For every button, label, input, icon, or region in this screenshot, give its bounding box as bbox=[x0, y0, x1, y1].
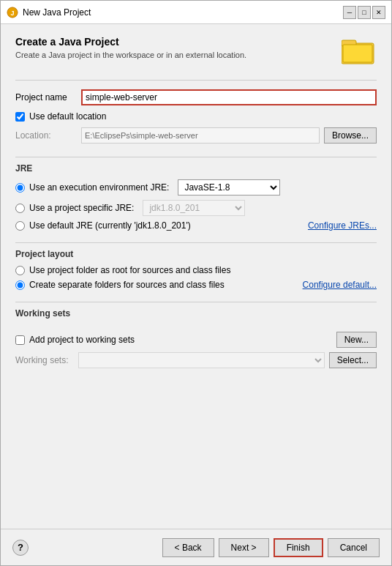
minimize-button[interactable]: ─ bbox=[343, 6, 356, 19]
finish-button[interactable]: Finish bbox=[274, 538, 323, 557]
jre-label-1: Use an execution environment JRE: bbox=[29, 182, 169, 193]
svg-text:J: J bbox=[10, 10, 14, 17]
window-title: New Java Project bbox=[23, 7, 91, 18]
use-default-location-label: Use default location bbox=[29, 111, 106, 122]
project-name-label: Project name bbox=[15, 92, 81, 103]
bottom-bar: ? < Back Next > Finish Cancel bbox=[1, 529, 391, 565]
next-button[interactable]: Next > bbox=[219, 538, 269, 557]
folder-icon bbox=[342, 36, 377, 65]
project-name-input[interactable] bbox=[81, 89, 377, 105]
svg-rect-4 bbox=[343, 45, 372, 62]
jre-radio-1[interactable] bbox=[15, 183, 25, 193]
working-sets-section-title: Working sets bbox=[15, 302, 377, 319]
jre-section-title: JRE bbox=[15, 157, 377, 174]
working-sets-input-row: Working sets: Select... bbox=[15, 352, 377, 368]
header-text: Create a Java Project Create a Java proj… bbox=[15, 36, 246, 59]
layout-option-1: Use project folder as root for sources a… bbox=[15, 265, 377, 275]
jre-label-2: Use a project specific JRE: bbox=[29, 203, 134, 213]
help-button[interactable]: ? bbox=[12, 540, 29, 556]
jre-option-1: Use an execution environment JRE: JavaSE… bbox=[15, 179, 377, 196]
layout-radio-1[interactable] bbox=[15, 266, 25, 275]
jre-env-select[interactable]: JavaSE-1.8 JavaSE-11 JavaSE-17 bbox=[178, 179, 280, 196]
configure-default-link[interactable]: Configure default... bbox=[303, 280, 377, 290]
dialog-title: Create a Java Project bbox=[15, 36, 246, 48]
use-default-location-row: Use default location bbox=[15, 111, 377, 122]
jre-radio-2[interactable] bbox=[15, 204, 25, 213]
add-to-working-sets-label: Add project to working sets bbox=[29, 335, 135, 345]
add-to-working-sets-checkbox[interactable] bbox=[15, 335, 25, 345]
back-button[interactable]: < Back bbox=[162, 538, 214, 557]
browse-button[interactable]: Browse... bbox=[324, 127, 377, 144]
cancel-button[interactable]: Cancel bbox=[328, 538, 380, 557]
layout-section-title: Project layout bbox=[15, 242, 377, 259]
title-bar: J New Java Project ─ □ ✕ bbox=[1, 1, 391, 24]
header-divider bbox=[15, 80, 377, 81]
title-bar-left: J New Java Project bbox=[7, 7, 91, 18]
layout-label-2: Create separate folders for sources and … bbox=[29, 280, 225, 290]
location-input[interactable] bbox=[81, 127, 320, 144]
jre-specific-select: jdk1.8.0_201 bbox=[143, 200, 245, 216]
jre-option-3: Use default JRE (currently 'jdk1.8.0_201… bbox=[15, 220, 377, 231]
dialog-content: Create a Java Project Create a Java proj… bbox=[1, 24, 391, 529]
working-sets-add-row: Add project to working sets New... bbox=[15, 332, 377, 348]
maximize-button[interactable]: □ bbox=[358, 6, 371, 19]
working-sets-section: Add project to working sets New... Worki… bbox=[15, 332, 377, 368]
location-label: Location: bbox=[15, 130, 81, 141]
layout-radio-2[interactable] bbox=[15, 280, 25, 290]
jre-radio-group: Use an execution environment JRE: JavaSE… bbox=[15, 179, 377, 231]
jre-radio-3[interactable] bbox=[15, 221, 25, 231]
project-name-row: Project name bbox=[15, 89, 377, 105]
java-project-icon: J bbox=[7, 7, 18, 18]
new-working-set-button[interactable]: New... bbox=[336, 332, 377, 348]
close-button[interactable]: ✕ bbox=[372, 6, 385, 19]
bottom-buttons: < Back Next > Finish Cancel bbox=[162, 538, 380, 557]
layout-option-2: Create separate folders for sources and … bbox=[15, 280, 377, 290]
layout-label-1: Use project folder as root for sources a… bbox=[29, 265, 230, 275]
configure-jres-link[interactable]: Configure JREs... bbox=[308, 220, 377, 231]
jre-option-2: Use a project specific JRE: jdk1.8.0_201 bbox=[15, 200, 377, 216]
use-default-location-checkbox[interactable] bbox=[15, 112, 25, 122]
select-working-sets-button[interactable]: Select... bbox=[329, 352, 377, 368]
layout-radio-group: Use project folder as root for sources a… bbox=[15, 265, 377, 290]
jre-label-3: Use default JRE (currently 'jdk1.8.0_201… bbox=[29, 220, 191, 231]
working-sets-dropdown bbox=[78, 352, 325, 368]
dialog-description: Create a Java project in the workspace o… bbox=[15, 51, 246, 59]
main-window: J New Java Project ─ □ ✕ Create a Java P… bbox=[0, 0, 392, 566]
working-sets-label: Working sets: bbox=[15, 355, 74, 365]
location-row: Location: Browse... bbox=[15, 127, 377, 144]
header-section: Create a Java Project Create a Java proj… bbox=[15, 36, 377, 65]
title-bar-controls: ─ □ ✕ bbox=[343, 6, 385, 19]
